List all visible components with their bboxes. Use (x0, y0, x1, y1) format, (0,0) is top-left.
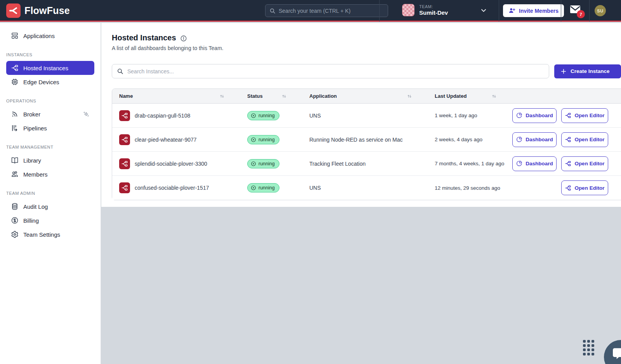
sidebar-item-edge-devices[interactable]: Edge Devices (6, 75, 94, 89)
team-selector[interactable]: TEAM: Sumit-Dev (402, 4, 448, 16)
navbar-divider (589, 0, 590, 22)
sidebar-item-audit-log[interactable]: Audit Log (6, 199, 94, 213)
column-header-name[interactable]: Name (112, 89, 240, 103)
node-red-icon (565, 112, 571, 119)
navbar-divider (561, 0, 561, 22)
chat-drag-handle[interactable] (583, 340, 594, 355)
last-updated: 7 months, 4 weeks, 1 day ago (428, 161, 512, 166)
instance-name: confused-sociable-plover-1517 (135, 185, 209, 191)
table-header-row: Name Status Application Last Updated (112, 89, 621, 104)
instances-search-box[interactable] (112, 64, 549, 78)
library-icon (11, 156, 19, 164)
sidebar-item-members[interactable]: Members (6, 167, 94, 181)
sort-icon[interactable] (407, 94, 412, 99)
open-editor-button[interactable]: Open Editor (561, 108, 608, 123)
sort-icon[interactable] (219, 94, 225, 99)
create-instance-button[interactable]: Create Instance (554, 64, 621, 78)
team-search-input[interactable] (279, 8, 384, 14)
play-circle-icon (251, 137, 256, 142)
plus-icon (560, 68, 567, 75)
sidebar-item-label: Pipelines (23, 125, 47, 132)
page-title: Hosted Instances (112, 33, 176, 42)
team-settings-icon (11, 231, 19, 238)
node-red-icon (119, 182, 130, 193)
node-red-icon (565, 160, 571, 167)
column-label: Application (309, 93, 337, 99)
last-updated: 2 weeks, 4 days ago (428, 137, 512, 142)
flowfuse-logo-icon (6, 3, 21, 18)
sidebar-item-label: Team Settings (23, 231, 60, 238)
instance-name: clear-pied-wheatear-9077 (135, 137, 197, 143)
pipelines-icon (11, 124, 19, 132)
team-search-box[interactable] (265, 4, 388, 17)
sidebar-item-team-settings[interactable]: Team Settings (6, 227, 94, 241)
sidebar-item-library[interactable]: Library (6, 153, 94, 167)
info-icon[interactable] (180, 35, 187, 42)
main-area: Hosted Instances A list of all dashboard… (101, 23, 621, 364)
chat-bubble-icon (610, 346, 621, 362)
chevron-down-icon[interactable] (480, 7, 487, 16)
open-editor-button[interactable]: Open Editor (561, 180, 608, 195)
sidebar-item-label: Library (23, 157, 41, 164)
column-header-application[interactable]: Application (302, 89, 428, 103)
sidebar-item-label: Billing (23, 217, 39, 224)
team-name: Sumit-Dev (419, 9, 448, 16)
sidebar: Applications INSTANCES Hosted Instances … (0, 23, 101, 364)
create-instance-label: Create Instance (571, 68, 610, 74)
sort-icon[interactable] (491, 94, 497, 99)
column-header-actions (512, 89, 621, 103)
sort-icon[interactable] (281, 94, 287, 99)
sidebar-item-broker[interactable]: Broker (6, 107, 94, 121)
billing-icon (11, 217, 19, 224)
members-icon (11, 170, 19, 178)
instances-search-input[interactable] (127, 68, 544, 75)
sidebar-item-label: Audit Log (23, 203, 48, 210)
hosted-instances-icon (11, 64, 19, 72)
sidebar-item-billing[interactable]: Billing (6, 213, 94, 227)
column-label: Name (119, 93, 133, 99)
node-red-icon (119, 158, 130, 169)
table-row[interactable]: drab-caspian-gull-5108 running UNS 1 wee… (112, 104, 621, 128)
dashboard-button[interactable]: Dashboard (512, 156, 557, 171)
column-header-last-updated[interactable]: Last Updated (428, 89, 512, 103)
open-editor-button[interactable]: Open Editor (561, 132, 608, 147)
search-icon (269, 8, 276, 14)
search-icon (117, 68, 123, 75)
instances-table: Name Status Application Last Updated (112, 88, 621, 200)
play-circle-icon (251, 185, 256, 191)
dashboard-button[interactable]: Dashboard (512, 108, 557, 123)
sidebar-item-label: Applications (23, 33, 55, 39)
audit-log-icon (11, 203, 19, 210)
pie-chart-icon (516, 136, 522, 143)
sidebar-item-pipelines[interactable]: Pipelines (6, 121, 94, 135)
user-plus-icon (508, 7, 516, 14)
sidebar-section-team-management: TEAM MANAGEMENT (6, 145, 94, 149)
sidebar-item-applications[interactable]: Applications (6, 29, 94, 43)
node-red-icon (565, 185, 571, 191)
sidebar-item-hosted-instances[interactable]: Hosted Instances (6, 61, 94, 75)
notification-badge: 7 (577, 10, 585, 18)
open-editor-button[interactable]: Open Editor (561, 156, 608, 171)
sidebar-section-instances: INSTANCES (6, 52, 94, 57)
pie-chart-icon (516, 160, 522, 167)
navbar-divider (499, 0, 499, 22)
table-row[interactable]: clear-pied-wheatear-9077 running Running… (112, 128, 621, 152)
brand-name: FlowFuse (24, 5, 70, 16)
table-row[interactable]: splendid-sociable-plover-3300 running Tr… (112, 152, 621, 176)
sidebar-item-label: Broker (23, 111, 40, 118)
applications-icon (11, 32, 19, 40)
column-label: Status (247, 93, 263, 99)
flowfuse-logo[interactable]: FlowFuse (6, 3, 70, 18)
user-avatar[interactable]: SU (595, 5, 606, 16)
table-row[interactable]: confused-sociable-plover-1517 running UN… (112, 176, 621, 200)
application-name: Tracking Fleet Location (302, 161, 428, 167)
column-header-status[interactable]: Status (240, 89, 302, 103)
instance-name: drab-caspian-gull-5108 (135, 113, 190, 119)
notifications-button[interactable]: 7 (570, 5, 583, 17)
invite-members-button[interactable]: Invite Members (503, 4, 564, 17)
status-badge: running (247, 135, 279, 144)
status-badge: running (247, 111, 279, 120)
dashboard-button[interactable]: Dashboard (512, 132, 557, 147)
status-badge: running (247, 183, 279, 192)
sidebar-item-label: Members (23, 171, 48, 178)
